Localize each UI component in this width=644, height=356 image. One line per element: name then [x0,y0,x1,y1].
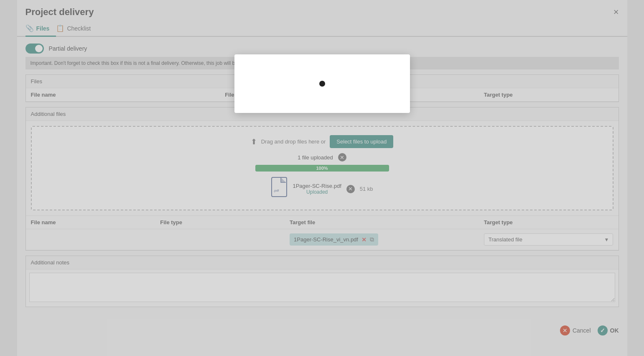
main-dialog: Project delivery × 📎 Files 📋 Checklist P… [17,0,627,356]
loading-dot [319,81,325,87]
loading-modal [234,54,410,113]
loading-overlay [17,0,627,356]
